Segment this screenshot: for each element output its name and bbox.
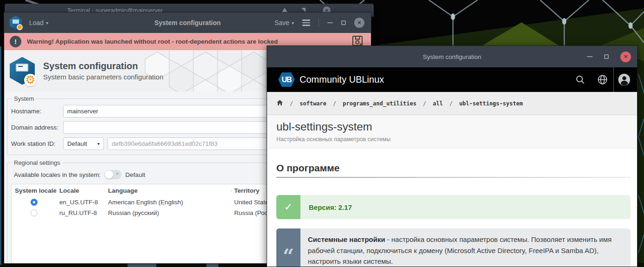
page-body: О программе ✓ Версия: 2.17 “ Системные н… xyxy=(267,149,637,267)
search-icon[interactable] xyxy=(569,67,591,92)
warning-icon: ! xyxy=(10,36,21,47)
locales-label: Available locales in the system: xyxy=(14,171,101,178)
app-header-icon: ⚙ xyxy=(10,57,35,85)
app-subtitle: System basic parameters configuration xyxy=(43,73,163,81)
ublinux-logo-icon[interactable]: UB xyxy=(278,72,295,87)
hostname-label: Hostname: xyxy=(11,108,59,115)
breadcrumb: / software / programs_and_utilities / al… xyxy=(267,92,637,115)
restore-button[interactable] xyxy=(341,20,346,25)
breadcrumb-separator: / xyxy=(333,100,336,107)
toggle-knob xyxy=(105,170,113,179)
regional-groupbox-legend: Regional settings xyxy=(12,159,62,166)
breadcrumb-item[interactable]: software xyxy=(300,100,326,107)
close-button[interactable]: × xyxy=(620,52,631,62)
breadcrumb-separator: / xyxy=(449,100,453,107)
left-window-titlebar: Load ▾ System configuration Save ▾ × xyxy=(4,13,371,33)
column-header: System locale xyxy=(12,187,56,194)
right-window-titlebar: System configuration × xyxy=(267,46,637,67)
radio-unselected[interactable] xyxy=(31,209,38,216)
locale-cell: ru_RU.UTF-8 xyxy=(56,209,105,216)
version-badge: ✓ Версия: 2.17 xyxy=(276,195,631,219)
account-icon[interactable] xyxy=(614,67,634,92)
check-icon: ✓ xyxy=(276,195,300,219)
section-heading: О программе xyxy=(276,163,631,178)
terminal-shade-icon[interactable] xyxy=(282,8,287,12)
globe-icon[interactable] xyxy=(591,67,613,92)
toggle-off-icon: × xyxy=(116,171,119,176)
right-window-title: System configuration xyxy=(267,53,637,60)
caret-down-icon: ▾ xyxy=(46,20,48,26)
quote-lead: Системные настройки xyxy=(308,235,385,243)
close-button[interactable]: × xyxy=(354,18,364,28)
terminal-restore-icon[interactable] xyxy=(301,8,306,12)
breadcrumb-item[interactable]: all xyxy=(433,100,443,107)
page-subtitle: Настройка основных параметров системы xyxy=(276,136,637,143)
breadcrumb-separator: / xyxy=(423,100,426,107)
titlebar-divider xyxy=(319,19,319,27)
language-cell: Russian (русский) xyxy=(105,209,231,216)
description-quote: “ Системные настройки - настройка основн… xyxy=(276,228,631,267)
app-icon xyxy=(10,16,22,30)
help-browser-window: System configuration × UB Community UBLi… xyxy=(267,46,638,267)
caret-down-icon: ▾ xyxy=(292,20,294,26)
locale-cell: en_US.UTF-8 xyxy=(56,199,105,206)
domain-label: Domain address: xyxy=(11,124,59,131)
page-title: ubl-settings-system xyxy=(276,120,637,133)
home-icon[interactable] xyxy=(276,99,283,107)
workstation-label: Work station ID: xyxy=(11,140,59,147)
load-button-label: Load xyxy=(29,19,44,26)
language-cell: American English (English) xyxy=(105,199,231,206)
save-button[interactable]: Save ▾ xyxy=(274,19,294,26)
minimize-button[interactable] xyxy=(327,22,333,24)
minimize-button[interactable] xyxy=(587,56,593,58)
workstation-mode-select[interactable]: Default ▾ xyxy=(63,137,104,150)
column-header: Locale xyxy=(56,187,105,194)
save-button-label: Save xyxy=(274,19,289,26)
caret-down-icon: ▾ xyxy=(97,141,100,146)
restore-button[interactable] xyxy=(604,54,609,59)
workstation-mode-value: Default xyxy=(67,140,87,147)
warning-text: Warning! Application was launched withou… xyxy=(27,38,278,45)
breadcrumb-item[interactable]: programs_and_utilities xyxy=(343,100,416,107)
menu-button[interactable] xyxy=(302,20,310,26)
version-text: Версия: 2.17 xyxy=(309,203,352,211)
toggle-state-label: Default xyxy=(125,171,145,178)
site-header: UB Community UBLinux xyxy=(267,67,637,92)
system-groupbox-legend: System xyxy=(12,95,36,102)
brand-name: Community UBLinux xyxy=(300,74,384,85)
locales-toggle[interactable]: × xyxy=(104,170,121,179)
gear-icon: ⚙ xyxy=(24,74,37,86)
radio-selected[interactable] xyxy=(31,199,38,206)
load-button[interactable]: Load ▾ xyxy=(29,19,48,26)
app-title: System configuration xyxy=(43,61,163,72)
quote-icon: “ xyxy=(276,228,300,267)
breadcrumb-separator: / xyxy=(290,100,293,107)
column-header: Language xyxy=(105,187,231,194)
breadcrumb-item[interactable]: ubl-settings-system xyxy=(459,100,523,107)
page-header: ubl-settings-system Настройка основных п… xyxy=(267,115,637,149)
